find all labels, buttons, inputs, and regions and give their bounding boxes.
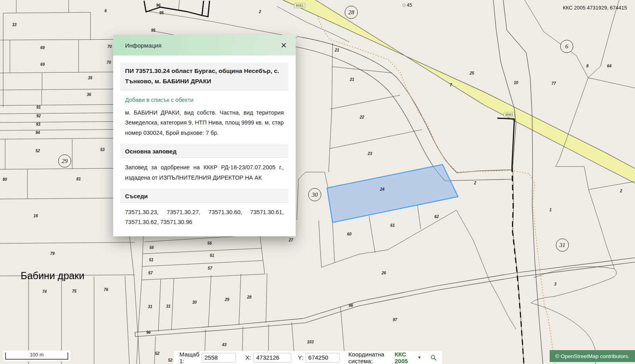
x-coordinate-input[interactable] xyxy=(253,353,291,362)
survey-point-icon xyxy=(402,4,406,7)
survey-point-label: 45 xyxy=(407,2,412,8)
place-name-label: Бабини драки xyxy=(21,270,85,282)
parcel-title: ПИ 73571.30.24 област Бургас, община Нес… xyxy=(120,63,289,90)
selected-parcel-number: 24 xyxy=(380,187,384,192)
popup-body: ПИ 73571.30.24 област Бургас, община Нес… xyxy=(113,56,296,236)
cadastral-map[interactable] xyxy=(0,0,635,364)
scale-label: Мащаб 1: xyxy=(179,351,199,364)
coordinate-system-value[interactable]: ККС 2005 xyxy=(394,351,412,364)
corner-coordinates: ККС 2005 4731929, 674415 xyxy=(563,5,627,11)
info-popup: Информация ✕ ПИ 73571.30.24 област Бурга… xyxy=(113,35,296,236)
scale-bar: 100 m xyxy=(3,351,70,361)
cadastre-app: 3366970697035369192939452538081167974757… xyxy=(0,0,635,364)
parcel-description: м. БАБИНИ ДРАКИ, вид собств. Частна, вид… xyxy=(125,108,284,138)
osm-attribution-link[interactable]: © OpenStreetMap contributors. xyxy=(550,350,635,362)
order-text: Заповед за одобрение на КККР РД-18-23/07… xyxy=(125,163,284,183)
chevron-down-icon[interactable]: ▼ xyxy=(418,355,421,360)
y-label: Y: xyxy=(298,354,303,361)
neighbors-text: 73571.30.23, 73571.30.27, 73571.30.60, 7… xyxy=(125,207,284,228)
search-icon[interactable] xyxy=(430,353,437,362)
crs-label: Координатна система: xyxy=(348,351,391,364)
y-coordinate-input[interactable] xyxy=(306,353,340,362)
status-bar: Мащаб 1: X: Y: Координатна система: ККС … xyxy=(174,351,442,364)
close-icon[interactable]: ✕ xyxy=(279,41,289,50)
add-to-list-link[interactable]: Добави в списък с обекти xyxy=(125,97,284,103)
map-background xyxy=(0,0,635,364)
x-label: X: xyxy=(245,354,251,361)
scale-input[interactable] xyxy=(202,353,236,362)
section-heading-neighbors: Съседи xyxy=(120,190,289,203)
popup-title: Информация xyxy=(125,42,162,49)
popup-header: Информация ✕ xyxy=(113,35,296,56)
survey-point-marker: 45 xyxy=(402,2,412,8)
scale-bar-label: 100 m xyxy=(3,352,70,358)
section-heading-order: Основна заповед xyxy=(120,145,289,158)
